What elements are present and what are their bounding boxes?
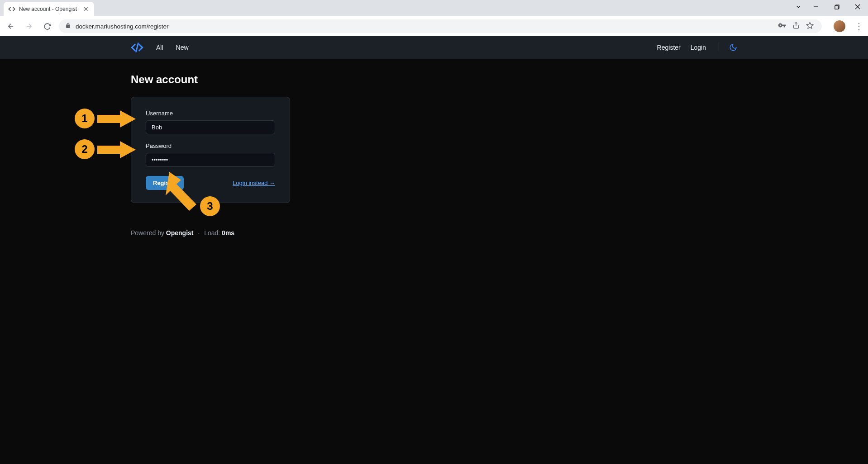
login-instead-link[interactable]: Login instead → (233, 180, 275, 186)
kebab-menu-icon[interactable]: ⋮ (854, 21, 863, 31)
svg-line-9 (136, 43, 138, 52)
logo-icon[interactable] (131, 41, 143, 54)
username-input[interactable] (146, 120, 275, 134)
app-root: All New Register Login New account Usern… (0, 36, 868, 464)
url-text: docker.mariushosting.com/register (76, 23, 773, 30)
nav-right: Register Login (657, 43, 737, 52)
footer-separator: · (198, 229, 200, 237)
share-icon[interactable] (792, 22, 800, 31)
nav-register[interactable]: Register (657, 44, 681, 51)
minimize-icon[interactable] (806, 0, 826, 14)
nav-login[interactable]: Login (691, 44, 706, 51)
code-icon (8, 5, 15, 13)
nav-all[interactable]: All (156, 44, 163, 51)
tab-bar: New account - Opengist ✕ (0, 0, 868, 16)
window-close-icon[interactable] (847, 0, 868, 14)
form-actions: Register Login instead → (146, 176, 275, 190)
nav-new[interactable]: New (176, 44, 189, 51)
maximize-icon[interactable] (826, 0, 847, 14)
page-container: New account Username Password Register L… (126, 73, 742, 237)
footer-load-value: 0ms (222, 229, 234, 237)
chevron-down-icon[interactable] (791, 0, 806, 14)
key-icon[interactable] (778, 21, 786, 31)
address-actions (778, 21, 814, 31)
annotation-badge-1: 1 (75, 109, 95, 128)
lock-icon (65, 22, 71, 30)
browser-chrome: New account - Opengist ✕ docker.mariusho… (0, 0, 868, 36)
footer: Powered by Opengist · Load: 0ms (131, 229, 737, 237)
footer-brand: Opengist (166, 229, 194, 237)
footer-load-prefix: Load: (204, 229, 222, 237)
password-label: Password (146, 142, 275, 149)
password-field-group: Password (146, 142, 275, 167)
username-field-group: Username (146, 110, 275, 134)
nav-divider (719, 43, 719, 52)
profile-avatar[interactable] (834, 20, 845, 32)
footer-powered-by: Powered by (131, 229, 166, 237)
page-title: New account (131, 73, 737, 86)
annotation-badge-2: 2 (75, 139, 95, 159)
password-input[interactable] (146, 153, 275, 167)
address-bar[interactable]: docker.mariushosting.com/register (59, 19, 822, 33)
register-button[interactable]: Register (146, 176, 184, 190)
reload-button[interactable] (41, 20, 53, 33)
app-nav: All New Register Login (0, 36, 868, 59)
browser-tab[interactable]: New account - Opengist ✕ (4, 2, 94, 16)
window-controls (791, 0, 868, 14)
tab-title: New account - Opengist (19, 6, 79, 12)
svg-rect-2 (835, 5, 838, 9)
forward-button[interactable] (23, 20, 35, 33)
nav-left: All New (131, 41, 189, 54)
close-icon[interactable]: ✕ (82, 5, 90, 13)
theme-toggle-moon-icon[interactable] (729, 43, 737, 52)
register-form: Username Password Register Login instead… (131, 97, 290, 203)
svg-marker-8 (806, 22, 813, 28)
star-icon[interactable] (806, 22, 814, 31)
username-label: Username (146, 110, 275, 117)
address-row: docker.mariushosting.com/register ⋮ (0, 16, 868, 36)
back-button[interactable] (5, 20, 17, 33)
